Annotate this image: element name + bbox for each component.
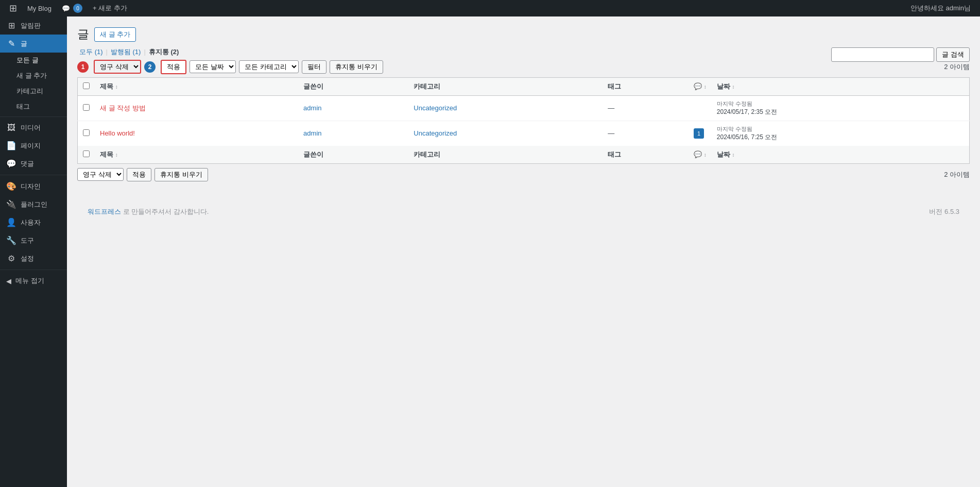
sidebar-item-label-posts: 글 bbox=[21, 39, 27, 48]
empty-trash-button-bottom[interactable]: 휴지통 비우기 bbox=[154, 168, 208, 181]
row-2-tags: — bbox=[608, 129, 614, 137]
submenu-label-categories: 카테고리 bbox=[16, 87, 43, 96]
row-1-category-link[interactable]: Uncategorized bbox=[414, 104, 457, 112]
row-1-date-cell: 마지막 수정됨 2024/05/17, 2:35 오전 bbox=[712, 95, 970, 121]
sidebar-item-label-plugins: 플러그인 bbox=[21, 200, 47, 209]
submenu-categories[interactable]: 카테고리 bbox=[0, 83, 67, 99]
row-2-date-label: 마지막 수정됨 bbox=[717, 125, 964, 133]
filter-button[interactable]: 필터 bbox=[302, 60, 326, 74]
row-2-category-link[interactable]: Uncategorized bbox=[414, 129, 457, 137]
sidebar-item-label-design: 디자인 bbox=[21, 182, 41, 191]
apply-button-bottom[interactable]: 적용 bbox=[127, 168, 151, 181]
sidebar-item-design[interactable]: 🎨 디자인 bbox=[0, 177, 67, 195]
site-name-label: My Blog bbox=[27, 5, 51, 12]
col-header-title[interactable]: 제목 ↕ bbox=[95, 77, 298, 95]
collapse-menu[interactable]: ◀ 메뉴 접기 bbox=[0, 272, 67, 290]
sidebar-item-dashboard[interactable]: ⊞ 알림판 bbox=[0, 16, 67, 35]
sidebar-item-plugins[interactable]: 🔌 플러그인 bbox=[0, 195, 67, 213]
page-header: 글 새 글 추가 bbox=[77, 27, 970, 42]
tab-published-link[interactable]: 발행됨 (1) bbox=[109, 47, 143, 57]
col-footer-date[interactable]: 날짜 ↕ bbox=[712, 146, 970, 164]
table-row: 새 글 작성 방법 admin Uncategorized — bbox=[78, 95, 970, 121]
sidebar-item-label-dashboard: 알림판 bbox=[21, 21, 41, 30]
add-new-bar-item[interactable]: + 새로 추가 bbox=[88, 0, 132, 16]
greeting-text: 안녕하세요 admin님 bbox=[910, 4, 971, 13]
col-footer-tags: 태그 bbox=[603, 146, 689, 164]
sidebar-item-tools[interactable]: 🔧 도구 bbox=[0, 231, 67, 249]
col-header-tags: 태그 bbox=[603, 77, 689, 95]
submenu-add-new[interactable]: 새 글 추가 bbox=[0, 68, 67, 83]
col-footer-author: 글쓴이 bbox=[298, 146, 408, 164]
sidebar-item-settings[interactable]: ⚙ 설정 bbox=[0, 249, 67, 267]
sidebar-item-users[interactable]: 👤 사용자 bbox=[0, 213, 67, 231]
tab-published[interactable]: 발행됨 (1) | bbox=[109, 47, 147, 57]
select-all-checkbox-bottom[interactable] bbox=[83, 150, 90, 157]
search-submit-button[interactable]: 글 검색 bbox=[936, 47, 970, 62]
search-box: 글 검색 bbox=[831, 47, 970, 62]
users-icon: 👤 bbox=[6, 217, 16, 227]
sidebar-item-comments[interactable]: 💬 댓글 bbox=[0, 155, 67, 173]
row-2-author-cell: admin bbox=[298, 121, 408, 146]
items-count-top: 2 아이템 bbox=[944, 62, 970, 72]
sidebar-item-posts[interactable]: ✎ 글 bbox=[0, 35, 67, 53]
row-1-checkbox[interactable] bbox=[83, 104, 90, 111]
sidebar-item-label-users: 사용자 bbox=[21, 218, 41, 227]
row-1-title-cell: 새 글 작성 방법 bbox=[95, 95, 298, 121]
category-filter-select[interactable]: 모든 카테고리 bbox=[239, 60, 299, 73]
row-2-checkbox[interactable] bbox=[83, 129, 90, 136]
row-2-title-cell: Hello world! bbox=[95, 121, 298, 146]
table-row: Hello world! admin Uncategorized — 1 bbox=[78, 121, 970, 146]
col-footer-title[interactable]: 제목 ↕ bbox=[95, 146, 298, 164]
col-header-date[interactable]: 날짜 ↕ bbox=[712, 77, 970, 95]
row-2-author-link[interactable]: admin bbox=[303, 129, 321, 137]
add-new-post-button[interactable]: 새 글 추가 bbox=[94, 27, 136, 42]
items-count-bottom: 2 아이템 bbox=[944, 170, 970, 179]
col-footer-categories: 카테고리 bbox=[408, 146, 603, 164]
empty-trash-button-top[interactable]: 휴지통 비우기 bbox=[330, 60, 383, 74]
tools-icon: 🔧 bbox=[6, 236, 16, 245]
submenu-tags[interactable]: 태그 bbox=[0, 99, 67, 114]
bottom-tablenav: 영구 삭제 적용 휴지통 비우기 2 아이템 bbox=[77, 168, 970, 181]
table-body: 새 글 작성 방법 admin Uncategorized — bbox=[78, 95, 970, 146]
tab-trash-link[interactable]: 휴지통 (2) bbox=[147, 47, 181, 57]
sidebar-item-media[interactable]: 🖼 미디어 bbox=[0, 119, 67, 137]
footer: 워드프레스 로 만들어주셔서 감사합니다. 버전 6.5.3 bbox=[77, 202, 970, 222]
row-1-title-link[interactable]: 새 글 작성 방법 bbox=[100, 104, 146, 112]
row-1-author-link[interactable]: admin bbox=[303, 104, 321, 112]
sidebar-item-label-settings: 설정 bbox=[21, 254, 34, 263]
col-header-comments[interactable]: 💬 ↕ bbox=[689, 77, 712, 95]
submenu-label-tags: 태그 bbox=[16, 102, 30, 111]
bulk-action-select-bottom[interactable]: 영구 삭제 bbox=[77, 168, 124, 181]
tab-trash[interactable]: 휴지통 (2) bbox=[147, 47, 181, 57]
greeting-item[interactable]: 안녕하세요 admin님 bbox=[905, 0, 976, 16]
row-2-checkbox-cell bbox=[78, 121, 95, 146]
admin-bar: ⊞ My Blog 💬 0 + 새로 추가 안녕하세요 admin님 bbox=[0, 0, 980, 16]
col-footer-comments[interactable]: 💬 ↕ bbox=[689, 146, 712, 164]
row-2-date-cell: 마지막 수정됨 2024/05/16, 7:25 오전 bbox=[712, 121, 970, 146]
row-1-comments-cell bbox=[689, 95, 712, 121]
footer-credit-link[interactable]: 워드프레스 bbox=[88, 208, 121, 215]
site-name-item[interactable]: My Blog bbox=[22, 0, 57, 16]
tab-all-link[interactable]: 모두 (1) bbox=[77, 47, 105, 57]
comments-bar-item[interactable]: 💬 0 bbox=[57, 0, 88, 16]
submenu-label-all-posts: 모든 글 bbox=[16, 56, 39, 65]
row-2-comment-count[interactable]: 1 bbox=[694, 128, 704, 139]
tab-all[interactable]: 모두 (1) | bbox=[77, 47, 109, 57]
col-header-categories: 카테고리 bbox=[408, 77, 603, 95]
date-filter-select[interactable]: 모든 날짜 bbox=[190, 60, 236, 73]
apply-button-top[interactable]: 적용 bbox=[161, 60, 186, 74]
search-input[interactable] bbox=[831, 47, 934, 62]
submenu-all-posts[interactable]: 모든 글 bbox=[0, 53, 67, 68]
select-all-checkbox-top[interactable] bbox=[83, 82, 90, 89]
sidebar-item-label-media: 미디어 bbox=[21, 123, 41, 132]
wp-logo-icon: ⊞ bbox=[9, 3, 17, 14]
table-foot: 제목 ↕ 글쓴이 카테고리 태그 💬 ↕ 날짜 ↕ bbox=[78, 146, 970, 164]
sidebar-item-label-comments: 댓글 bbox=[21, 159, 34, 169]
row-2-title-link[interactable]: Hello world! bbox=[100, 129, 135, 137]
bulk-action-select[interactable]: 영구 삭제 bbox=[95, 61, 140, 73]
row-1-categories-cell: Uncategorized bbox=[408, 95, 603, 121]
posts-icon: ✎ bbox=[6, 39, 16, 48]
sidebar-item-pages[interactable]: 📄 페이지 bbox=[0, 137, 67, 155]
row-1-date-value: 2024/05/17, 2:35 오전 bbox=[717, 108, 777, 115]
wp-logo-item[interactable]: ⊞ bbox=[4, 0, 22, 16]
